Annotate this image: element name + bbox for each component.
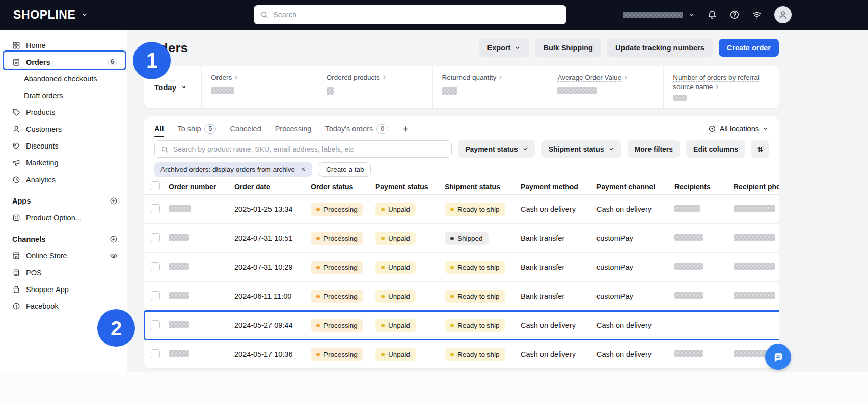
sidebar-item-pos[interactable]: POS bbox=[0, 264, 127, 281]
sidebar-item-product-option[interactable]: Product Option... bbox=[0, 209, 127, 226]
close-icon[interactable] bbox=[300, 166, 306, 172]
select-all-checkbox[interactable] bbox=[151, 181, 160, 190]
row-checkbox[interactable] bbox=[151, 291, 160, 300]
sort-button[interactable] bbox=[751, 140, 769, 158]
status-dot-icon bbox=[381, 353, 385, 356]
sidebar-item-analytics[interactable]: Analytics bbox=[0, 171, 127, 188]
payment-status-filter[interactable]: Payment status bbox=[458, 140, 535, 158]
sidebar-item-draft-orders[interactable]: Draft orders bbox=[0, 87, 127, 104]
create-tab-button[interactable]: Create a tab bbox=[319, 162, 371, 177]
sidebar-section-apps[interactable]: Apps bbox=[0, 192, 127, 209]
metric-ordered-products[interactable]: Ordered products bbox=[317, 66, 432, 108]
create-order-button[interactable]: Create order bbox=[719, 39, 779, 57]
status-dot-icon bbox=[381, 266, 385, 269]
tab-todays-orders[interactable]: Today's orders0 bbox=[325, 124, 388, 134]
avatar[interactable] bbox=[774, 6, 792, 23]
column-header-recipient-phone: Recipient phone bbox=[734, 183, 779, 191]
sidebar-item-label: Abandoned checkouts bbox=[24, 75, 97, 83]
sidebar-item-label: Analytics bbox=[26, 176, 56, 184]
tab-processing[interactable]: Processing bbox=[275, 125, 312, 133]
order-date: 2024-07-31 10:51 bbox=[234, 234, 311, 242]
chat-widget-button[interactable] bbox=[765, 344, 791, 370]
archived-orders-filter-chip[interactable]: Archived orders: display orders from arc… bbox=[154, 162, 312, 177]
row-checkbox[interactable] bbox=[151, 349, 160, 358]
sidebar-item-home[interactable]: Home bbox=[0, 37, 127, 53]
row-checkbox[interactable] bbox=[151, 320, 160, 329]
table-row[interactable]: 2025-01-25 13:34 Processing Unpaid Ready… bbox=[144, 195, 779, 224]
metric-value-redacted bbox=[442, 87, 457, 95]
sidebar-item-label: Shopper App bbox=[26, 285, 69, 294]
status-dot-icon bbox=[316, 237, 320, 240]
recipients-redacted bbox=[674, 292, 703, 299]
table-row[interactable]: 2024-06-11 11:00 Processing Unpaid Ready… bbox=[144, 282, 779, 311]
network-wifi-icon[interactable] bbox=[752, 10, 762, 20]
row-checkbox[interactable] bbox=[151, 262, 160, 271]
sidebar-item-label: Facebook bbox=[26, 302, 59, 310]
payment-method: Cash on delivery bbox=[521, 350, 596, 358]
create-order-label: Create order bbox=[727, 44, 771, 52]
locations-selector[interactable]: All locations bbox=[708, 125, 769, 133]
status-dot-icon bbox=[316, 295, 320, 298]
search-icon bbox=[161, 146, 169, 153]
notifications-bell-icon[interactable] bbox=[707, 10, 717, 20]
bulk-shipping-button[interactable]: Bulk Shipping bbox=[535, 39, 601, 57]
add-app-plus-icon[interactable] bbox=[110, 197, 118, 205]
sidebar-item-facebook[interactable]: Facebook bbox=[0, 298, 127, 314]
tab-to-ship[interactable]: To ship5 bbox=[178, 124, 216, 134]
sidebar-item-shopper-app[interactable]: Shopper App bbox=[0, 281, 127, 298]
global-search[interactable] bbox=[254, 5, 566, 24]
global-search-input[interactable] bbox=[273, 11, 560, 19]
tab-canceled[interactable]: Canceled bbox=[230, 125, 261, 133]
metric-average-order-value[interactable]: Average Order Value bbox=[548, 66, 663, 108]
orders-search[interactable] bbox=[154, 140, 452, 158]
edit-columns-button[interactable]: Edit columns bbox=[686, 140, 745, 158]
sidebar-item-orders[interactable]: Orders 6 bbox=[0, 53, 127, 70]
active-filters-row: Archived orders: display orders from arc… bbox=[144, 162, 779, 177]
sidebar-section-channels[interactable]: Channels bbox=[0, 230, 127, 247]
page-title: Orders bbox=[144, 40, 188, 56]
table-row[interactable]: 2024-07-31 10:29 Processing Unpaid Ready… bbox=[144, 253, 779, 282]
add-tab-plus-icon[interactable] bbox=[402, 125, 410, 133]
add-channel-plus-icon[interactable] bbox=[110, 235, 118, 243]
sidebar: Home Orders 6 Abandoned checkouts Draft … bbox=[0, 30, 127, 372]
metric-orders[interactable]: Orders bbox=[201, 66, 317, 108]
discounts-icon bbox=[12, 142, 20, 150]
metric-orders-by-referral[interactable]: Number of orders by referral source name bbox=[663, 66, 779, 108]
products-tag-icon bbox=[12, 108, 20, 117]
chevron-right-icon bbox=[233, 75, 239, 80]
status-dot-icon bbox=[381, 237, 385, 240]
section-label: Channels bbox=[12, 235, 45, 243]
tab-all[interactable]: All bbox=[154, 125, 164, 133]
table-row[interactable]: 2024-05-17 10:36 Processing Unpaid Ready… bbox=[144, 340, 779, 369]
recipient-phone-redacted bbox=[734, 263, 775, 270]
status-dot-icon bbox=[450, 353, 454, 356]
update-tracking-button[interactable]: Update tracking numbers bbox=[607, 39, 713, 57]
table-row-highlighted[interactable]: 2024-05-27 09:44 Processing Unpaid Ready… bbox=[144, 311, 779, 340]
row-checkbox[interactable] bbox=[151, 233, 160, 242]
account-menu[interactable] bbox=[623, 12, 695, 18]
payment-method: Bank transfer bbox=[521, 292, 596, 300]
column-header-payment-channel: Payment channel bbox=[596, 183, 674, 191]
order-date: 2024-05-17 10:36 bbox=[234, 350, 311, 358]
metric-returned-quantity[interactable]: Returned quantity bbox=[432, 66, 548, 108]
more-filters-button[interactable]: More filters bbox=[628, 140, 680, 158]
period-selector[interactable]: Today bbox=[144, 66, 201, 108]
export-button[interactable]: Export bbox=[479, 39, 529, 57]
order-number-redacted bbox=[169, 234, 189, 241]
sidebar-item-discounts[interactable]: Discounts bbox=[0, 137, 127, 154]
table-row[interactable]: 2024-07-31 10:51 Processing Unpaid Shipp… bbox=[144, 224, 779, 253]
sidebar-item-marketing[interactable]: Marketing bbox=[0, 154, 127, 171]
sidebar-item-products[interactable]: Products bbox=[0, 104, 127, 121]
chip-label: Archived orders: display orders from arc… bbox=[160, 166, 295, 173]
column-header-recipients: Recipients bbox=[674, 183, 734, 191]
shopline-logo[interactable]: SHOPLINE bbox=[0, 8, 88, 22]
row-checkbox[interactable] bbox=[151, 204, 160, 213]
view-store-eye-icon[interactable] bbox=[110, 252, 118, 260]
payment-channel: Cash on delivery bbox=[596, 205, 674, 213]
orders-search-input[interactable] bbox=[173, 145, 445, 153]
sidebar-item-customers[interactable]: Customers bbox=[0, 121, 127, 137]
sidebar-item-online-store[interactable]: Online Store bbox=[0, 247, 127, 264]
sidebar-item-abandoned-checkouts[interactable]: Abandoned checkouts bbox=[0, 70, 127, 87]
shipment-status-filter[interactable]: Shipment status bbox=[541, 140, 621, 158]
help-icon[interactable] bbox=[729, 10, 740, 20]
